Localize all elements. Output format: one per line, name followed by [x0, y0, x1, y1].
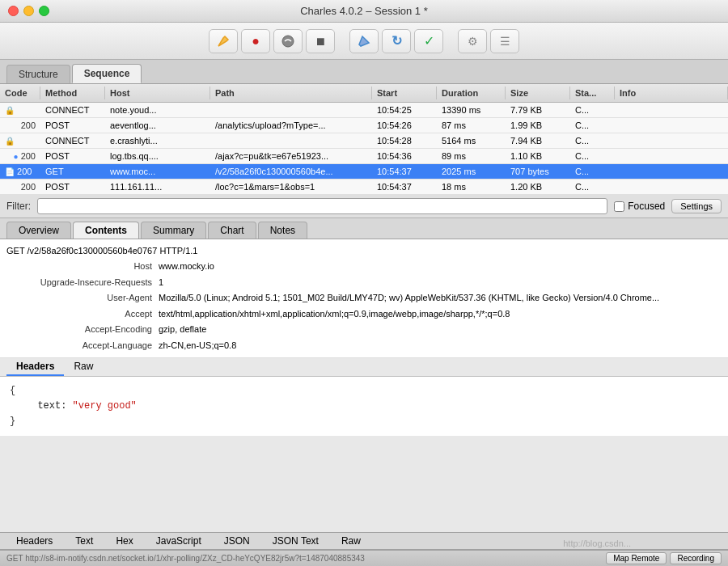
settings-button[interactable]: Settings	[671, 199, 722, 213]
cell-path: /v2/58a26f0c130000560b4e...	[210, 164, 372, 179]
recording-button[interactable]: Recording	[670, 552, 722, 564]
filter-label: Filter:	[6, 201, 31, 212]
cell-start: 10:54:37	[372, 180, 437, 194]
col-info: Info	[615, 87, 728, 99]
col-duration: Duration	[437, 87, 506, 99]
cell-status: C...	[570, 164, 615, 179]
cell-info	[615, 138, 728, 143]
svg-point-0	[282, 36, 294, 47]
cell-host: aeventlog...	[105, 118, 210, 133]
btab-json-text[interactable]: JSON Text	[263, 533, 328, 549]
cell-info	[615, 108, 728, 112]
host-row: Host www.mocky.io	[0, 259, 728, 275]
cell-method: GET	[40, 164, 105, 179]
focused-checkbox[interactable]	[614, 201, 624, 212]
cell-method: POST	[40, 180, 105, 194]
host-val: www.mocky.io	[159, 260, 722, 274]
table-row[interactable]: 200 POST 111.161.11... /loc?c=1&mars=1&o…	[0, 180, 728, 195]
upgrade-val: 1	[159, 276, 722, 290]
cell-method: CONNECT	[40, 133, 105, 148]
cell-info	[615, 123, 728, 128]
cell-size: 707 bytes	[506, 164, 570, 179]
table-row[interactable]: 🔒 CONNECT e.crashlyti... 10:54:28 5164 m…	[0, 133, 728, 149]
accept-key: Accept	[6, 307, 152, 322]
tab-contents[interactable]: Contents	[73, 222, 139, 239]
cell-size: 7.79 KB	[506, 103, 570, 117]
request-info: GET /v2/58a26f0c130000560b4e0767 HTTP/1.…	[0, 239, 728, 358]
filter-bar: Filter: Focused Settings	[0, 195, 728, 218]
language-row: Accept-Language zh-CN,en-US;q=0.8	[0, 338, 728, 354]
table-header: Code Method Host Path Start Duration Siz…	[0, 84, 728, 103]
cell-code: 🔒	[0, 103, 40, 117]
maximize-button[interactable]	[39, 6, 49, 16]
cell-method: CONNECT	[40, 103, 105, 117]
btab-hex[interactable]: Hex	[106, 533, 142, 549]
cell-start: 10:54:28	[372, 133, 437, 148]
cell-status: C...	[570, 118, 615, 133]
btab-raw[interactable]: Raw	[332, 533, 370, 549]
btab-text[interactable]: Text	[66, 533, 103, 549]
language-key: Accept-Language	[6, 339, 152, 353]
encoding-val: gzip, deflate	[159, 323, 722, 337]
cell-host: e.crashlyti...	[105, 133, 210, 148]
statusbar-url: GET http://s8-im-notify.csdn.net/socket.…	[6, 554, 606, 563]
user-agent-key: User-Agent	[6, 291, 152, 306]
col-host: Host	[105, 87, 210, 99]
table-row[interactable]: 🔒 CONNECT note.youd... 10:54:25 13390 ms…	[0, 103, 728, 118]
record-button[interactable]: ●	[241, 29, 270, 53]
minimize-button[interactable]	[23, 6, 34, 16]
table-row-selected[interactable]: 📄 200 GET www.moc... /v2/58a26f0c1300005…	[0, 164, 728, 180]
cell-start: 10:54:37	[372, 164, 437, 179]
col-start: Start	[372, 87, 437, 99]
tab-sequence[interactable]: Sequence	[72, 64, 142, 83]
cell-duration: 2025 ms	[437, 164, 506, 179]
stop-button[interactable]: ⏹	[306, 29, 335, 53]
col-status: Sta...	[570, 87, 615, 99]
tab-structure[interactable]: Structure	[6, 65, 70, 83]
statusbar-buttons: Map Remote Recording	[606, 552, 722, 564]
cell-path: /analytics/upload?mType=...	[210, 118, 372, 133]
cell-duration: 13390 ms	[437, 103, 506, 117]
map-remote-button[interactable]: Map Remote	[606, 552, 667, 564]
cell-size: 1.10 KB	[506, 149, 570, 163]
subtab-raw[interactable]: Raw	[64, 358, 103, 376]
btab-json[interactable]: JSON	[214, 533, 260, 549]
col-size: Size	[506, 87, 570, 99]
check-button[interactable]: ✓	[414, 29, 443, 53]
cell-code: 📄 200	[0, 164, 40, 179]
cell-path	[210, 108, 372, 112]
cell-method: POST	[40, 118, 105, 133]
cell-size: 7.94 KB	[506, 133, 570, 148]
user-agent-val: Mozilla/5.0 (Linux; Android 5.1; 1501_M0…	[159, 291, 722, 306]
language-val: zh-CN,en-US;q=0.8	[159, 339, 722, 353]
tab-chart[interactable]: Chart	[208, 222, 256, 239]
compose-button[interactable]	[349, 29, 379, 53]
table-row[interactable]: 200 POST aeventlog... /analytics/upload?…	[0, 118, 728, 133]
cell-start: 10:54:25	[372, 103, 437, 117]
cell-info	[615, 169, 728, 174]
host-key: Host	[6, 260, 152, 274]
tab-overview[interactable]: Overview	[6, 222, 71, 239]
tab-summary[interactable]: Summary	[141, 222, 206, 239]
prefs-button[interactable]: ☰	[490, 29, 519, 53]
tools-button[interactable]: ⚙	[458, 29, 487, 53]
btab-javascript[interactable]: JavaScript	[146, 533, 211, 549]
subtab-headers[interactable]: Headers	[6, 358, 64, 376]
request-line: GET /v2/58a26f0c130000560b4e0767 HTTP/1.…	[0, 243, 728, 259]
cell-info	[615, 154, 728, 158]
refresh-button[interactable]: ↻	[382, 29, 411, 53]
tab-notes[interactable]: Notes	[258, 222, 307, 239]
table-row[interactable]: ● 200 POST log.tbs.qq.... /ajax?c=pu&tk=…	[0, 149, 728, 164]
cell-code: 200	[0, 180, 40, 194]
json-value: "very good"	[73, 400, 137, 412]
cell-status: C...	[570, 133, 615, 148]
close-button[interactable]	[8, 6, 19, 16]
filter-input[interactable]	[37, 198, 607, 214]
json-open: {	[10, 383, 718, 399]
upgrade-row: Upgrade-Insecure-Requests 1	[0, 275, 728, 291]
focused-checkbox-label[interactable]: Focused	[614, 201, 665, 212]
btab-headers[interactable]: Headers	[6, 533, 62, 549]
cell-host: log.tbs.qq....	[105, 149, 210, 163]
pen-tool-button[interactable]	[209, 29, 238, 53]
throttle-button[interactable]	[273, 29, 303, 53]
